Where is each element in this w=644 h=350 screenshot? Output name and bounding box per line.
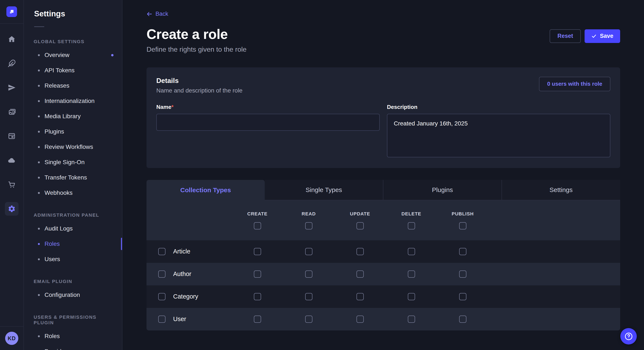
back-link[interactable]: Back	[146, 11, 168, 17]
paper-plane-icon[interactable]	[5, 81, 18, 94]
arrow-left-icon	[146, 11, 152, 17]
sidebar-item-review-workflows[interactable]: Review Workflows	[24, 139, 122, 155]
bullet-icon	[38, 100, 40, 102]
images-icon[interactable]	[5, 105, 18, 119]
users-with-role-button[interactable]: 0 users with this role	[539, 77, 610, 91]
select-all-create-checkbox[interactable]	[254, 222, 261, 229]
settings-sidebar: Settings GLOBAL SETTINGS Overview API To…	[24, 0, 122, 350]
sidebar-item-releases[interactable]: Releases	[24, 78, 122, 93]
details-fields: Name* Description Created January 16th, …	[156, 104, 610, 158]
description-textarea[interactable]: Created January 16th, 2025	[387, 114, 610, 157]
sidebar-item-label: API Tokens	[44, 67, 74, 74]
user-publish-checkbox[interactable]	[459, 316, 466, 323]
user-update-checkbox[interactable]	[356, 316, 364, 323]
sidebar-item-configuration[interactable]: Configuration	[24, 287, 122, 303]
category-update-checkbox[interactable]	[356, 293, 364, 300]
sidebar-item-media-library[interactable]: Media Library	[24, 109, 122, 124]
article-publish-checkbox[interactable]	[459, 248, 466, 255]
row-select-checkbox[interactable]	[158, 293, 166, 300]
help-button[interactable]	[620, 328, 637, 345]
author-read-checkbox[interactable]	[305, 270, 312, 278]
name-input[interactable]	[156, 114, 380, 131]
sidebar-item-webhooks[interactable]: Webhooks	[24, 185, 122, 200]
layout-icon[interactable]	[5, 129, 18, 143]
row-select-checkbox[interactable]	[158, 316, 166, 323]
column-read: READ	[283, 211, 334, 229]
sidebar-item-internationalization[interactable]: Internationalization	[24, 93, 122, 109]
header-actions: Reset Save	[550, 29, 620, 43]
feather-icon[interactable]	[5, 57, 18, 70]
row-label: Category	[173, 293, 198, 300]
main-content: Back Create a role Define the rights giv…	[122, 0, 644, 350]
bullet-icon	[38, 146, 40, 148]
shopping-cart-icon[interactable]	[5, 178, 18, 191]
select-all-publish-checkbox[interactable]	[459, 222, 466, 229]
sidebar-item-plugins[interactable]: Plugins	[24, 124, 122, 139]
table-row-article: Article	[146, 240, 620, 263]
user-read-checkbox[interactable]	[305, 316, 312, 323]
gear-icon[interactable]	[5, 202, 18, 216]
table-row-user: User	[146, 308, 620, 331]
row-label-cell: Article	[146, 248, 232, 255]
article-create-checkbox[interactable]	[254, 248, 261, 255]
section-label-administration-panel: ADMINISTRATION PANEL	[34, 212, 112, 218]
description-field-group: Description Created January 16th, 2025	[387, 104, 610, 158]
article-read-checkbox[interactable]	[305, 248, 312, 255]
sidebar-item-overview[interactable]: Overview	[24, 47, 122, 63]
column-label: CREATE	[247, 211, 268, 217]
tab-settings[interactable]: Settings	[502, 180, 620, 200]
required-asterisk: *	[172, 104, 174, 110]
author-create-checkbox[interactable]	[254, 270, 261, 278]
row-select-checkbox[interactable]	[158, 248, 166, 255]
tab-plugins[interactable]: Plugins	[383, 180, 502, 200]
article-delete-checkbox[interactable]	[408, 248, 415, 255]
sidebar-item-label: Media Library	[44, 113, 81, 120]
strapi-logo[interactable]	[6, 6, 17, 17]
select-all-read-checkbox[interactable]	[305, 222, 312, 229]
permissions-section: Collection Types Single Types Plugins Se…	[146, 180, 620, 331]
sidebar-item-users[interactable]: Users	[24, 252, 122, 267]
table-row-author: Author	[146, 263, 620, 285]
sidebar-item-roles-up[interactable]: Roles	[24, 329, 122, 344]
sidebar-item-audit-logs[interactable]: Audit Logs	[24, 221, 122, 236]
row-label: Article	[173, 248, 190, 255]
row-select-checkbox[interactable]	[158, 270, 166, 278]
column-publish: PUBLISH	[437, 211, 488, 229]
row-label: Author	[173, 270, 191, 278]
tab-collection-types[interactable]: Collection Types	[146, 180, 265, 200]
select-all-update-checkbox[interactable]	[356, 222, 364, 229]
home-icon[interactable]	[5, 32, 18, 46]
user-create-checkbox[interactable]	[254, 316, 261, 323]
bullet-icon	[38, 70, 40, 71]
category-publish-checkbox[interactable]	[459, 293, 466, 300]
user-delete-checkbox[interactable]	[408, 316, 415, 323]
sidebar-item-transfer-tokens[interactable]: Transfer Tokens	[24, 170, 122, 185]
save-button[interactable]: Save	[584, 29, 620, 43]
sidebar-item-single-sign-on[interactable]: Single Sign-On	[24, 155, 122, 170]
tab-single-types[interactable]: Single Types	[265, 180, 383, 200]
avatar[interactable]: KD	[5, 332, 18, 345]
sidebar-item-roles-admin[interactable]: Roles	[24, 236, 122, 252]
bullet-icon	[38, 294, 40, 296]
row-label-cell: Author	[146, 270, 232, 278]
bullet-icon	[38, 177, 40, 178]
sidebar-item-providers[interactable]: Providers	[24, 344, 122, 350]
page-title-block: Create a role Define the rights given to…	[146, 26, 246, 53]
author-update-checkbox[interactable]	[356, 270, 364, 278]
reset-button[interactable]: Reset	[550, 29, 581, 43]
category-delete-checkbox[interactable]	[408, 293, 415, 300]
row-label-cell: Category	[146, 293, 232, 300]
author-delete-checkbox[interactable]	[408, 270, 415, 278]
author-publish-checkbox[interactable]	[459, 270, 466, 278]
row-label-cell: User	[146, 316, 232, 323]
category-create-checkbox[interactable]	[254, 293, 261, 300]
sidebar-item-label: Plugins	[44, 128, 64, 135]
select-all-delete-checkbox[interactable]	[408, 222, 415, 229]
cloud-icon[interactable]	[5, 154, 18, 167]
column-update: UPDATE	[334, 211, 386, 229]
category-read-checkbox[interactable]	[305, 293, 312, 300]
sidebar-item-api-tokens[interactable]: API Tokens	[24, 63, 122, 78]
row-label: User	[173, 316, 186, 323]
details-card-header: Details Name and description of the role…	[156, 77, 610, 94]
article-update-checkbox[interactable]	[356, 248, 364, 255]
